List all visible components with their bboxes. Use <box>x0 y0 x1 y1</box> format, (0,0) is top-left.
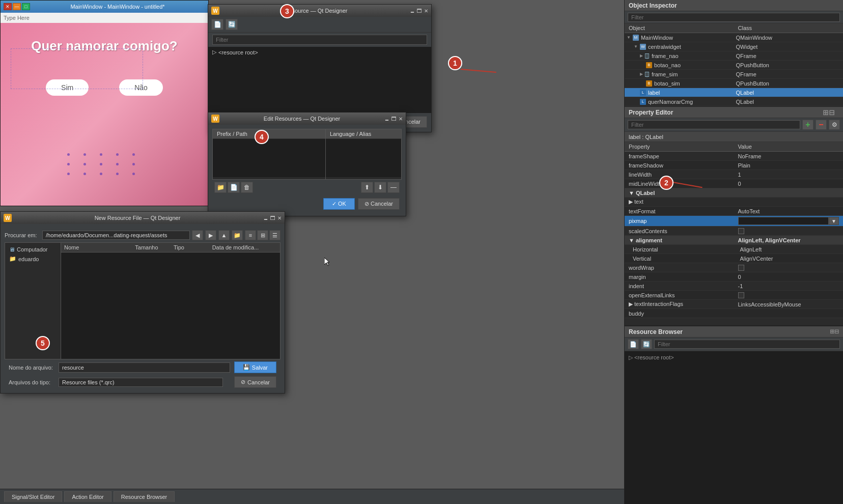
nrf-max-btn[interactable]: 🗖 <box>270 215 275 221</box>
nrf-salvar-btn[interactable]: 💾 resource Salvar <box>234 361 276 373</box>
er-add-prefix-btn[interactable]: 📄 <box>228 182 240 193</box>
nrf-location-input[interactable] <box>42 231 190 240</box>
pe-val-wordwrap <box>734 264 844 272</box>
resource-browser: Resource Browser ⊞⊟ 📄 🔄 ▷ <resource root… <box>625 326 843 504</box>
nrf-filetype-select[interactable]: Resource files (*.qrc) <box>59 378 223 387</box>
sr-min-btn[interactable]: 🗕 <box>410 8 415 14</box>
sr-close-btn[interactable]: ✕ <box>424 8 428 14</box>
main-window: ✕ — □ MainWindow - MainWindow - untitled… <box>0 0 209 206</box>
botao-nao-icon: B <box>646 62 652 68</box>
pe-remove-btn[interactable]: − <box>816 120 827 130</box>
nrf-cancelar-btn[interactable]: ⊘ Cancelar <box>234 376 276 388</box>
tab-action-editor[interactable]: Action Editor <box>64 491 111 502</box>
pe-prop-qlabel: ▼ QLabel <box>625 189 734 197</box>
nrf-up-btn[interactable]: ▲ <box>218 230 230 240</box>
pe-table: frameShape NoFrame frameShadow Plain lin… <box>625 152 843 325</box>
nrf-back-btn[interactable]: ◀ <box>192 230 203 240</box>
pe-row-textinteractionflags[interactable]: ▶ textInteractionFlags LinksAccessibleBy… <box>625 300 843 309</box>
nrf-filename-row: Nome do arquivo: 💾 resource Salvar <box>5 359 280 375</box>
pe-row-frameshape: frameShape NoFrame <box>625 152 843 161</box>
main-window-titlebar: ✕ — □ MainWindow - MainWindow - untitled… <box>1 1 208 13</box>
pe-row-text[interactable]: ▶ text <box>625 198 843 207</box>
nrf-forward-btn[interactable]: ▶ <box>205 230 216 240</box>
oi-row-mainwindow[interactable]: ▼ M MainWindow QMainWindow <box>625 33 843 42</box>
pe-settings-btn[interactable]: ⚙ <box>829 120 840 130</box>
rb-edit-btn[interactable]: 📄 <box>628 339 639 349</box>
pe-val-frameshape: NoFrame <box>734 152 844 160</box>
pe-val-textformat: AutoText <box>734 207 844 215</box>
sr-max-btn[interactable]: 🗖 <box>417 8 422 14</box>
pe-row-pixmap[interactable]: pixmap ▼ <box>625 216 843 227</box>
er-ok-btn[interactable]: ✓ OK <box>323 198 355 210</box>
pe-row-qlabel-group: ▼ QLabel <box>625 188 843 198</box>
oi-row-botao-nao[interactable]: B botao_nao QPushButton <box>625 61 843 70</box>
computer-icon: 🖥 <box>9 246 15 253</box>
pe-row-indent: indent -1 <box>625 282 843 291</box>
pe-row-alignment-group: ▼ alignment AlignLeft, AlignVCenter <box>625 236 843 245</box>
pe-row-scaledcontents: scaledContents <box>625 227 843 236</box>
pe-pixmap-btn[interactable]: ▼ <box>829 217 839 225</box>
pe-col-value: Value <box>734 142 844 151</box>
wordwrap-checkbox[interactable] <box>738 265 744 271</box>
pe-row-margin: margin 0 <box>625 272 843 282</box>
er-cancel-btn[interactable]: ⊘ Cancelar <box>358 198 400 210</box>
sr-filter-input[interactable] <box>212 35 427 45</box>
tab-resource-browser[interactable]: Resource Browser <box>114 491 175 502</box>
nrf-min-btn[interactable]: 🗕 <box>263 215 268 221</box>
pe-add-btn[interactable]: + <box>802 120 813 130</box>
nrf-filename-input[interactable] <box>59 362 230 373</box>
sr-tool-icon[interactable]: 📄 <box>211 19 223 30</box>
pe-prop-vertical: Vertical <box>625 255 736 263</box>
pe-val-frameshadow: Plain <box>734 161 844 170</box>
oi-frame-sim-class: QFrame <box>734 70 844 78</box>
oi-tree: Object Class ▼ M MainWindow QMainWindow … <box>625 23 843 107</box>
er-close-btn[interactable]: ✕ <box>399 116 403 122</box>
nrf-sidebar-eduardo[interactable]: 📁 eduardo <box>7 254 59 264</box>
pe-filter-input[interactable] <box>628 120 800 129</box>
tree-arrow2: ▼ <box>634 44 638 49</box>
nrf-close-btn[interactable]: ✕ <box>277 215 282 221</box>
oi-frame-nao-class: QFrame <box>734 52 844 60</box>
er-remove2-btn[interactable]: — <box>387 182 400 193</box>
oi-row-label[interactable]: L label QLabel <box>625 88 843 97</box>
win-min-btn[interactable]: — <box>13 3 21 10</box>
rb-reload-btn[interactable]: 🔄 <box>641 339 652 349</box>
oi-row-frame-nao[interactable]: ▶ ║ frame_nao QFrame <box>625 51 843 61</box>
sr-tree-root-label: <resource root> <box>218 49 258 55</box>
pe-row-frameshadow: frameShadow Plain <box>625 161 843 170</box>
oi-label-object: L label <box>625 89 734 97</box>
dot-grid <box>67 153 142 175</box>
oi-filter-input[interactable] <box>628 13 840 22</box>
nrf-detail-view-btn[interactable]: ☰ <box>269 230 280 240</box>
win-close-btn[interactable]: ✕ <box>4 3 12 10</box>
nrf-sidebar-computer[interactable]: 🖥 Computador <box>7 245 59 254</box>
nrf-grid-view-btn[interactable]: ⊞ <box>257 230 268 240</box>
nrf-newfolder-btn[interactable]: 📁 <box>232 230 243 240</box>
er-max-btn[interactable]: 🗖 <box>391 116 397 122</box>
oi-row-centralwidget[interactable]: ▼ W centralwidget QWidget <box>625 42 843 51</box>
er-up-btn[interactable]: ⬆ <box>361 182 373 193</box>
pe-col-property: Property <box>625 142 734 151</box>
rb-filter-input[interactable] <box>654 340 840 349</box>
sr-tool-icon2[interactable]: 🔄 <box>226 19 238 30</box>
openexternallinks-checkbox[interactable] <box>738 292 744 298</box>
oi-botao-nao-class: QPushButton <box>734 61 844 69</box>
tab-signal-slot-editor[interactable]: Signal/Slot Editor <box>4 491 62 502</box>
oi-row-botao-sim[interactable]: B botao_sim QPushButton <box>625 79 843 88</box>
pe-val-margin: 0 <box>734 273 844 281</box>
oi-row-frame-sim[interactable]: ▶ ║ frame_sim QFrame <box>625 70 843 79</box>
nrf-list-view-btn[interactable]: ≡ <box>245 230 256 240</box>
er-down-btn[interactable]: ⬇ <box>374 182 386 193</box>
pe-row-wordwrap: wordWrap <box>625 263 843 272</box>
scaled-checkbox[interactable] <box>738 228 744 234</box>
pe-val-pixmap: ▼ <box>734 216 844 226</box>
pe-prop-textinteractionflags: ▶ textInteractionFlags <box>625 300 734 309</box>
er-col-left: Prefix / Path <box>213 129 326 179</box>
win-max-btn[interactable]: □ <box>22 3 30 10</box>
oi-row-quernamorarcmg[interactable]: L querNamorarCmg QLabel <box>625 97 843 106</box>
er-remove-btn[interactable]: 🗑 <box>241 182 253 193</box>
nrf-sidebar-eduardo-label: eduardo <box>18 256 39 262</box>
er-min-btn[interactable]: 🗕 <box>384 116 389 122</box>
oi-botao-sim-class: QPushButton <box>734 79 844 88</box>
er-add-file-btn[interactable]: 📁 <box>214 182 227 193</box>
